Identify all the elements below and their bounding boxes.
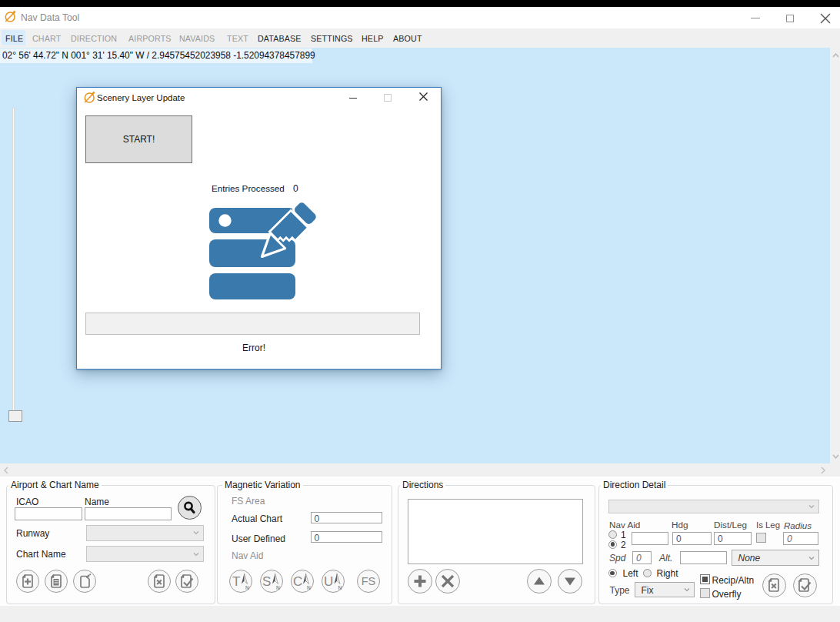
svg-text:C: C [293,574,302,589]
svg-text:N: N [307,585,311,590]
svg-text:T: T [232,574,240,589]
svg-text:N: N [338,585,342,590]
svg-text:N: N [276,585,280,590]
svg-text:N: N [245,585,249,590]
svg-text:S: S [262,574,271,589]
svg-text:U: U [324,574,333,589]
